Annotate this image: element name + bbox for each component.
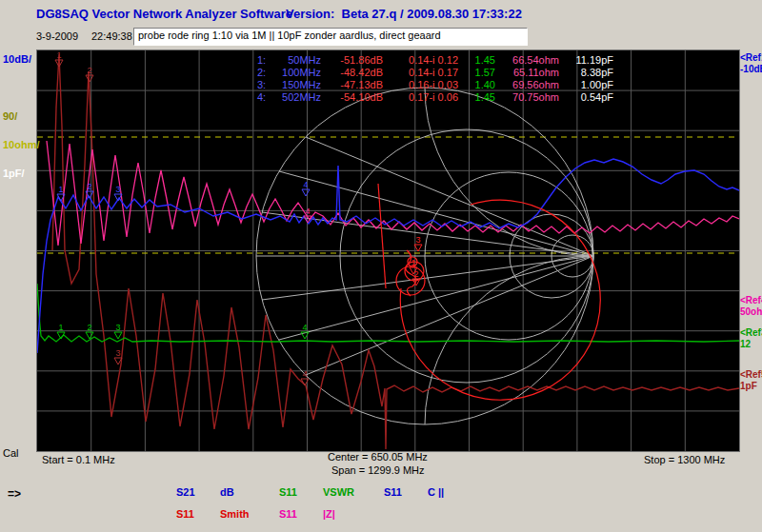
ref4-value: 50ohm [740, 306, 762, 318]
marker-freq: 150MHz [277, 79, 321, 91]
legend-s11-smith[interactable]: S11Smith [176, 508, 250, 520]
marker-db: -47.13dB [328, 79, 383, 91]
legend-s11-z-param: S11 [279, 508, 323, 520]
ref3-name: <Ref3 [740, 327, 762, 339]
marker-c: 11.19pF [566, 54, 613, 67]
scale-label-ohm[interactable]: 10ohm/ [3, 139, 40, 150]
plot-marker-3[interactable] [114, 332, 122, 339]
marker-freq: 502MHz [277, 91, 321, 104]
legend-s11-vswr-param: S11 [279, 486, 323, 498]
legend-s21-db[interactable]: S21dB [176, 486, 234, 498]
marker-num: 1: [257, 54, 271, 67]
plot-marker-label: 2 [87, 323, 91, 332]
marker-complex: 0.14-i 0.17 [390, 67, 458, 79]
legend-s11-vswr[interactable]: S11VSWR [279, 486, 354, 498]
cal-label: Cal [3, 447, 19, 459]
plot-canvas[interactable]: 1234123441234123 [37, 50, 739, 451]
plot-marker-label: 3 [115, 323, 120, 332]
marker-complex: 0.14-i 0.12 [390, 54, 458, 67]
plot-marker-label: 2 [87, 66, 91, 75]
legend-s21-db-param: S21 [176, 486, 220, 498]
plot-marker-label: 3 [115, 185, 120, 194]
marker-num: 2: [257, 67, 271, 79]
marker-table-row: 4: 502MHz -54.10dB 0.17-i 0.06 1.45 70.7… [257, 91, 613, 104]
ref5-value: 1pF [740, 381, 762, 392]
legend-s11-smith-format: Smith [220, 508, 250, 520]
marker-table-row: 2: 100MHz -48.42dB 0.14-i 0.17 1.57 65.1… [257, 67, 613, 79]
marker-num: 3: [257, 79, 271, 91]
marker-z: 66.54ohm [502, 54, 559, 67]
marker-db: -54.10dB [328, 91, 383, 104]
legend-s11-c[interactable]: S11C || [384, 486, 444, 498]
marker-table: 1: 50MHz -51.86dB 0.14-i 0.12 1.45 66.54… [257, 54, 613, 104]
time-label: 22:49:38 [91, 30, 132, 42]
marker-freq: 50MHz [277, 54, 321, 67]
marker-db: -48.42dB [328, 67, 383, 79]
plot-marker-label: 4 [302, 323, 307, 332]
marker-table-row: 1: 50MHz -51.86dB 0.14-i 0.12 1.45 66.54… [257, 54, 613, 67]
plot-marker-label: 1 [56, 50, 61, 60]
plot-marker-label: 3 [115, 348, 120, 358]
start-freq-label: Start = 0.1 MHz [42, 454, 115, 465]
trace-s11-vswr [37, 284, 739, 342]
trace-s11-c [52, 54, 739, 449]
status-prompt: => [8, 487, 21, 501]
plot-area[interactable]: 1234123441234123 [36, 49, 740, 452]
marker-c: 8.38pF [566, 67, 613, 79]
ref3-label[interactable]: <Ref3 12 [740, 327, 762, 350]
center-freq-label: Center = 650.05 MHz [328, 451, 428, 463]
marker-db: -51.86dB [328, 54, 383, 67]
plot-marker-label: 4 [305, 207, 310, 216]
comment-field[interactable]: probe rode ring 1:10 via 1M || 10pF zond… [133, 28, 528, 46]
vnwa-window: DG8SAQ Vector Network Analyzer Software … [0, 0, 762, 532]
ref3-value: 12 [740, 339, 762, 350]
marker-vswr: 1.45 [465, 54, 495, 67]
marker-z: 69.56ohm [502, 79, 559, 91]
ref4-label[interactable]: <Ref4 50ohm [740, 295, 762, 318]
plot-marker-4[interactable] [302, 189, 310, 196]
date-label: 3-9-2009 [36, 30, 78, 42]
marker-c: 0.54pF [566, 91, 613, 104]
ref4-name: <Ref4 [740, 295, 762, 306]
ref1-value: -10dB [740, 64, 762, 75]
plot-marker-label: 4 [303, 180, 308, 189]
legend-s11-c-param: S11 [384, 486, 428, 498]
plot-marker-label: 4 [302, 369, 307, 379]
marker-freq: 100MHz [277, 67, 321, 79]
legend-s11-z-format: |Z| [323, 508, 335, 520]
ref1-label[interactable]: <Ref1 -10dB [740, 52, 762, 75]
legend-s11-z[interactable]: S11|Z| [279, 508, 335, 520]
scale-label-pf[interactable]: 1pF/ [3, 167, 25, 179]
marker-z: 65.11ohm [502, 67, 559, 79]
app-title: DG8SAQ Vector Network Analyzer Software [36, 7, 292, 21]
legend-s11-smith-param: S11 [176, 508, 220, 520]
plot-marker-label: 1 [411, 258, 415, 267]
marker-c: 1.00pF [566, 79, 613, 91]
marker-vswr: 1.45 [465, 91, 495, 104]
scale-label-phase[interactable]: 90/ [3, 110, 17, 122]
ref5-label[interactable]: <Ref5 1pF [740, 369, 762, 392]
legend-s11-vswr-format: VSWR [323, 486, 354, 498]
legend-s11-c-format: C || [428, 486, 444, 498]
plot-marker-label: 3 [415, 235, 420, 245]
plot-marker-label: 1 [58, 185, 63, 194]
marker-complex: 0.17-i 0.06 [390, 91, 458, 104]
marker-num: 4: [257, 91, 271, 104]
app-version: Version: Beta 27.q / 2009.08.30 17:33:22 [286, 7, 522, 21]
ref1-name: <Ref1 [740, 52, 762, 64]
ref5-name: <Ref5 [740, 369, 762, 381]
plot-marker-label: 2 [413, 269, 418, 279]
scale-label-db[interactable]: 10dB/ [3, 53, 31, 65]
marker-z: 70.75ohm [502, 91, 559, 104]
plot-marker-label: 2 [87, 182, 91, 191]
span-freq-label: Span = 1299.9 MHz [331, 464, 425, 476]
marker-vswr: 1.57 [465, 67, 495, 79]
legend-s21-db-format: dB [220, 486, 234, 498]
marker-table-row: 3: 150MHz -47.13dB 0.16-i 0.03 1.40 69.5… [257, 79, 613, 91]
plot-marker-label: 1 [58, 323, 63, 332]
stop-freq-label: Stop = 1300 MHz [644, 454, 725, 465]
marker-complex: 0.16-i 0.03 [390, 79, 458, 91]
marker-vswr: 1.40 [465, 79, 495, 91]
